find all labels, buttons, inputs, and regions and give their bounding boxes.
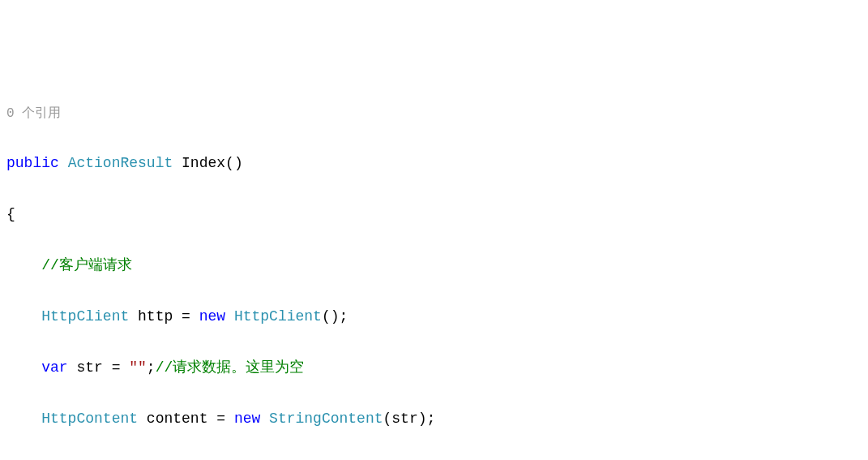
method-signature: public ActionResult Index() (6, 151, 862, 177)
code-text: ; (147, 359, 156, 376)
type-httpcontent: HttpContent (41, 411, 138, 427)
type-httpclient: HttpClient (225, 308, 322, 325)
code-line: HttpClient http = new HttpClient(); (6, 304, 862, 330)
keyword-new: new (199, 308, 225, 325)
code-line: //客户端请求 (6, 253, 862, 279)
code-line: HttpContent content = new StringContent(… (6, 406, 862, 432)
type-stringcontent: StringContent (260, 411, 383, 427)
codelens-references[interactable]: 0 个引用 (6, 102, 862, 125)
code-line: var str = "";//请求数据。这里为空 (6, 355, 862, 381)
string-literal: "" (129, 359, 147, 376)
parens: () (225, 155, 243, 171)
code-text: (str); (383, 411, 436, 427)
code-text: (); (322, 308, 348, 325)
comment: //请求数据。这里为空 (156, 359, 305, 376)
type-httpclient: HttpClient (41, 308, 129, 325)
method-name: Index (182, 155, 225, 171)
keyword-public: public (6, 155, 59, 171)
keyword-new: new (234, 411, 260, 427)
code-text: str = (68, 359, 130, 376)
comment: //客户端请求 (41, 257, 132, 273)
code-text: content = (138, 411, 234, 427)
type-actionresult: ActionResult (68, 155, 173, 171)
brace-open: { (6, 202, 862, 228)
code-line: //请求地址 (6, 458, 862, 461)
keyword-var: var (41, 359, 67, 376)
code-text: http = (129, 308, 199, 325)
